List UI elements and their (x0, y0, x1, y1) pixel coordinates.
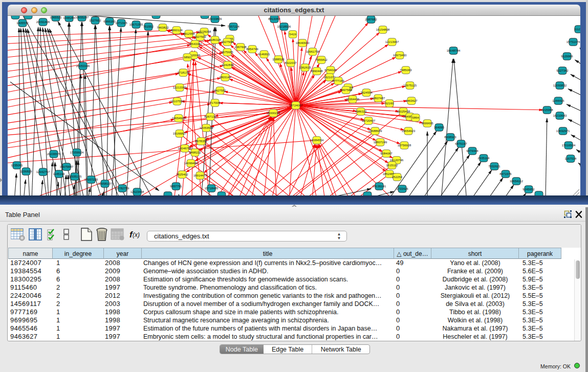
svg-text:15751074: 15751074 (567, 40, 580, 43)
svg-text:10107553: 10107553 (170, 100, 184, 103)
svg-text:10807487: 10807487 (372, 97, 385, 100)
svg-text:13692971: 13692971 (556, 129, 570, 133)
svg-text:19384554: 19384554 (310, 139, 324, 142)
svg-text:8215958: 8215958 (541, 108, 553, 112)
svg-text:1071915: 1071915 (115, 21, 127, 25)
svg-text:10655287: 10655287 (75, 16, 89, 19)
svg-text:10654112: 10654112 (510, 180, 524, 183)
svg-text:10688609: 10688609 (368, 129, 382, 133)
svg-text:6966160: 6966160 (103, 20, 116, 23)
svg-text:1167534: 1167534 (565, 157, 577, 160)
svg-text:8186328: 8186328 (209, 38, 221, 41)
svg-text:7463822: 7463822 (157, 26, 169, 29)
svg-text:5864: 5864 (412, 116, 419, 119)
svg-text:1156829: 1156829 (20, 170, 33, 173)
svg-text:1405572: 1405572 (16, 21, 29, 25)
svg-text:9146821: 9146821 (258, 53, 270, 56)
svg-text:20206576: 20206576 (47, 152, 61, 156)
svg-text:164095: 164095 (434, 126, 445, 129)
svg-text:19166827: 19166827 (173, 132, 187, 135)
svg-text:12353594: 12353594 (200, 126, 213, 129)
svg-text:7955812: 7955812 (315, 58, 328, 61)
svg-text:751552: 751552 (143, 25, 154, 28)
svg-text:9474444: 9474444 (466, 149, 478, 152)
svg-text:1527602: 1527602 (89, 19, 101, 22)
svg-text:9699695: 9699695 (421, 122, 433, 125)
svg-text:6497568: 6497568 (340, 89, 352, 92)
svg-text:8471676: 8471676 (499, 172, 512, 176)
svg-text:19654923: 19654923 (402, 129, 416, 133)
svg-text:9657791: 9657791 (170, 185, 182, 188)
svg-text:2935114: 2935114 (478, 157, 490, 160)
svg-text:9084067: 9084067 (380, 152, 393, 155)
svg-text:9245652: 9245652 (522, 188, 535, 191)
svg-text:15720407: 15720407 (362, 119, 376, 122)
svg-text:17016504: 17016504 (562, 144, 576, 147)
svg-text:7986322: 7986322 (355, 110, 367, 113)
svg-text:8427552: 8427552 (214, 89, 226, 92)
svg-text:25300215: 25300215 (267, 112, 280, 115)
svg-text:16648784: 16648784 (447, 49, 461, 52)
svg-text:12213369: 12213369 (173, 86, 187, 89)
svg-text:20364436: 20364436 (346, 98, 360, 101)
svg-text:10961758: 10961758 (306, 50, 320, 53)
svg-text:2718176: 2718176 (177, 71, 189, 74)
svg-text:8678352: 8678352 (195, 140, 207, 143)
svg-text:9327503: 9327503 (194, 35, 206, 38)
svg-text:1065521: 1065521 (50, 16, 62, 19)
svg-text:1588520: 1588520 (272, 58, 285, 61)
svg-text:17359924: 17359924 (70, 151, 84, 154)
svg-text:7632621: 7632621 (488, 165, 500, 168)
svg-text:717006: 717006 (210, 101, 221, 104)
svg-text:2367608: 2367608 (234, 46, 247, 49)
svg-text:8454749: 8454749 (246, 48, 258, 51)
svg-text:8912954: 8912954 (183, 32, 195, 35)
svg-text:10756928: 10756928 (398, 144, 411, 147)
svg-text:2803144: 2803144 (219, 76, 231, 79)
svg-text:12213967: 12213967 (385, 40, 399, 43)
svg-text:12505135: 12505135 (68, 175, 82, 178)
svg-text:16033809: 16033809 (208, 17, 222, 20)
svg-text:14099489: 14099489 (184, 162, 198, 165)
svg-text:9777169: 9777169 (332, 79, 344, 82)
svg-text:8813054: 8813054 (268, 17, 280, 20)
svg-text:9227342: 9227342 (556, 69, 569, 72)
svg-text:1235061: 1235061 (11, 164, 23, 167)
svg-text:6879197: 6879197 (455, 142, 467, 145)
svg-text:12923468: 12923468 (130, 190, 144, 193)
svg-text:6794028: 6794028 (324, 69, 337, 72)
svg-text:1348284: 1348284 (63, 16, 75, 19)
svg-text:3675685: 3675685 (221, 51, 233, 54)
svg-text:1362615: 1362615 (299, 66, 311, 69)
svg-text:252254: 252254 (392, 176, 403, 179)
svg-text:10046788: 10046788 (178, 147, 192, 150)
svg-text:9242848: 9242848 (222, 63, 234, 67)
svg-text:5498222: 5498222 (189, 151, 201, 154)
svg-text:20053346: 20053346 (76, 64, 90, 68)
svg-text:10671355: 10671355 (129, 23, 143, 26)
svg-text:8938923: 8938923 (444, 136, 456, 139)
svg-text:16210643: 16210643 (553, 114, 567, 117)
svg-text:12942757: 12942757 (36, 170, 50, 173)
svg-text:10973493: 10973493 (393, 54, 407, 57)
svg-text:10958107: 10958107 (98, 182, 112, 185)
svg-text:19654925: 19654925 (172, 117, 186, 120)
svg-text:(x): (x) (133, 231, 140, 238)
svg-text:7625402: 7625402 (176, 173, 188, 176)
svg-text:14136141: 14136141 (373, 185, 386, 188)
svg-text:7485063: 7485063 (400, 69, 412, 72)
svg-text:39975887: 39975887 (60, 165, 74, 168)
svg-text:20091406: 20091406 (36, 20, 50, 24)
svg-text:8267130: 8267130 (204, 115, 216, 118)
svg-text:62160: 62160 (385, 102, 394, 105)
svg-text:3624554: 3624554 (360, 91, 373, 94)
svg-text:16914479: 16914479 (193, 174, 207, 177)
svg-text:8990448: 8990448 (311, 70, 323, 73)
svg-text:18640910: 18640910 (296, 41, 310, 45)
svg-text:16782759: 16782759 (116, 187, 129, 190)
svg-text:10543382: 10543382 (188, 42, 202, 46)
svg-text:5419: 5419 (289, 33, 296, 36)
svg-text:19218506: 19218506 (277, 25, 291, 28)
svg-text:1145194: 1145194 (53, 172, 66, 176)
svg-text:8322037: 8322037 (285, 61, 297, 64)
